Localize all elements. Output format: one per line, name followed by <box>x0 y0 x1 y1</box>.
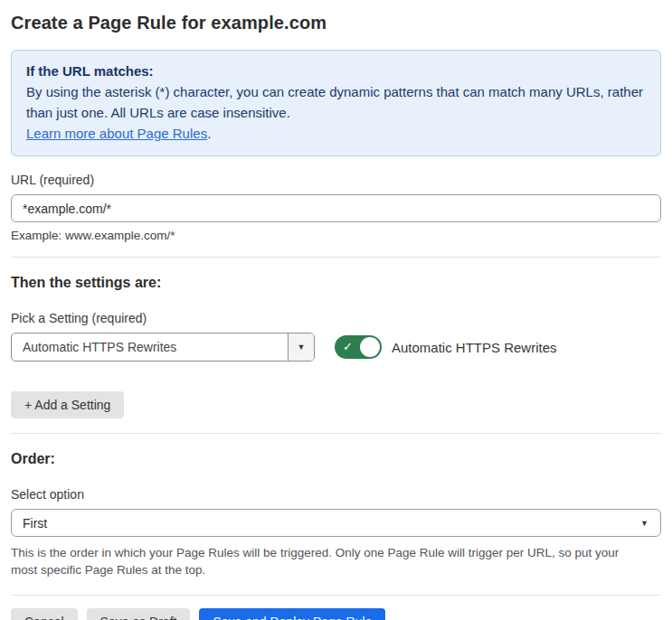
create-page-rule-panel: Create a Page Rule for example.com If th… <box>11 13 661 620</box>
setting-row: Automatic HTTPS Rewrites ▼ ✓ Automatic H… <box>11 333 661 362</box>
page-title: Create a Page Rule for example.com <box>11 13 661 33</box>
setting-dropdown[interactable]: Automatic HTTPS Rewrites ▼ <box>11 333 315 362</box>
url-match-info-box: If the URL matches: By using the asteris… <box>11 50 661 156</box>
cancel-button[interactable]: Cancel <box>11 608 78 620</box>
save-and-deploy-button[interactable]: Save and Deploy Page Rule <box>199 608 385 620</box>
https-rewrites-toggle[interactable]: ✓ <box>335 335 382 359</box>
chevron-down-icon: ▼ <box>298 343 306 352</box>
setting-dropdown-value: Automatic HTTPS Rewrites <box>12 333 288 361</box>
url-input[interactable] <box>11 194 661 222</box>
select-option-label: Select option <box>11 487 661 502</box>
toggle-label: Automatic HTTPS Rewrites <box>392 340 557 355</box>
section-divider <box>11 257 661 258</box>
learn-more-link[interactable]: Learn more about Page Rules <box>26 126 207 141</box>
settings-section-heading: Then the settings are: <box>11 275 661 291</box>
order-select[interactable]: First ▼ <box>11 509 661 537</box>
check-icon: ✓ <box>343 340 353 353</box>
link-suffix-text: . <box>207 126 211 141</box>
pick-setting-label: Pick a Setting (required) <box>11 311 661 325</box>
info-link-line: Learn more about Page Rules. <box>26 123 646 144</box>
add-setting-button[interactable]: + Add a Setting <box>11 391 124 418</box>
chevron-down-icon: ▼ <box>640 519 648 527</box>
save-as-draft-button[interactable]: Save as Draft <box>87 608 191 620</box>
footer-actions: Cancel Save as Draft Save and Deploy Pag… <box>11 608 661 620</box>
url-example-helper: Example: www.example.com/* <box>11 229 661 242</box>
toggle-knob <box>360 337 380 357</box>
info-box-heading: If the URL matches: <box>26 61 646 81</box>
info-box-body: By using the asterisk (*) character, you… <box>26 81 646 123</box>
url-field-group: URL (required) Example: www.example.com/… <box>11 173 661 242</box>
order-select-value: First <box>23 516 47 531</box>
section-divider <box>11 433 661 434</box>
order-section-heading: Order: <box>11 451 661 467</box>
setting-dropdown-caret-button[interactable]: ▼ <box>288 333 314 361</box>
order-helper-text: This is the order in which your Page Rul… <box>11 544 644 578</box>
section-divider <box>11 595 661 596</box>
url-label: URL (required) <box>11 173 661 187</box>
